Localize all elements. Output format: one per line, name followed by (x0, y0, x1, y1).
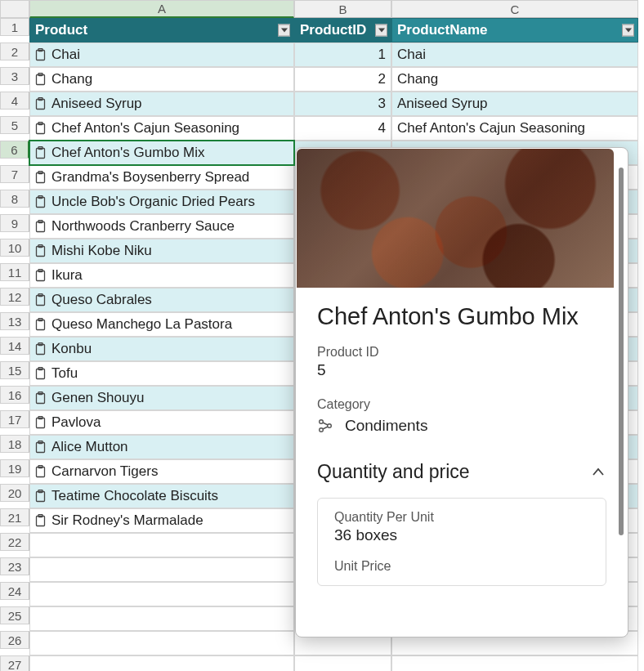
cell-text: Queso Cabrales (51, 292, 152, 308)
empty-cell[interactable] (29, 606, 294, 631)
svg-rect-16 (37, 247, 45, 257)
row-header[interactable]: 6 (0, 141, 29, 159)
filter-dropdown-icon[interactable] (375, 25, 387, 37)
chevron-up-icon[interactable] (590, 464, 606, 481)
cell-product[interactable]: Chang (29, 67, 294, 92)
empty-cell[interactable] (29, 655, 294, 671)
svg-line-44 (323, 427, 328, 429)
cell-productname[interactable]: Aniseed Syrup (391, 92, 638, 116)
row-header[interactable]: 17 (0, 410, 29, 428)
cell-productid[interactable]: 2 (294, 67, 391, 92)
card-scrollbar-thumb[interactable] (619, 168, 624, 535)
empty-cell[interactable] (29, 557, 294, 582)
row-header[interactable]: 22 (0, 533, 29, 551)
row-header[interactable]: 25 (0, 606, 29, 624)
svg-rect-28 (37, 394, 45, 404)
row-header[interactable]: 19 (0, 459, 29, 477)
cell-product[interactable]: Tofu (29, 361, 294, 386)
cell-product[interactable]: Mishi Kobe Niku (29, 239, 294, 263)
cell-product[interactable]: Uncle Bob's Organic Dried Pears (29, 190, 294, 214)
row-header[interactable]: 13 (0, 312, 29, 330)
data-type-icon (35, 195, 47, 208)
cell-product[interactable]: Konbu (29, 337, 294, 361)
row-header[interactable]: 9 (0, 214, 29, 232)
cell-product[interactable]: Queso Cabrales (29, 288, 294, 312)
cell-text: Genen Shouyu (51, 390, 144, 406)
empty-cell[interactable] (294, 655, 391, 671)
cell-product[interactable]: Chef Anton's Cajun Seasoning (29, 116, 294, 141)
cell-text: Pavlova (51, 414, 101, 431)
table-header-productid[interactable]: ProductID (294, 18, 391, 42)
empty-cell[interactable] (391, 655, 638, 671)
cell-product[interactable]: Genen Shouyu (29, 386, 294, 410)
data-type-icon (35, 146, 47, 159)
row-header[interactable]: 12 (0, 288, 29, 306)
cell-text: Mishi Kobe Niku (51, 243, 152, 259)
cell-text: Uncle Bob's Organic Dried Pears (51, 194, 255, 210)
filter-dropdown-icon[interactable] (278, 25, 290, 37)
cell-product[interactable]: Teatime Chocolate Biscuits (29, 484, 294, 508)
row-header[interactable]: 16 (0, 386, 29, 404)
field-value-qty: 36 boxes (334, 526, 589, 544)
field-value-category[interactable]: Condiments (345, 417, 427, 435)
svg-rect-2 (37, 75, 45, 85)
cell-product[interactable]: Alice Mutton (29, 435, 294, 459)
table-header-productname[interactable]: ProductName (391, 18, 638, 42)
column-header-A[interactable]: A (29, 0, 294, 18)
data-type-icon (35, 220, 47, 233)
row-header[interactable]: 14 (0, 337, 29, 355)
quantity-price-subcard: Quantity Per Unit 36 boxes Unit Price (317, 498, 606, 586)
cell-product[interactable]: Aniseed Syrup (29, 92, 294, 116)
cell-text: Sir Rodney's Marmalade (51, 512, 203, 529)
cell-product[interactable]: Sir Rodney's Marmalade (29, 508, 294, 533)
filter-dropdown-icon[interactable] (622, 25, 634, 37)
row-header[interactable]: 3 (0, 67, 29, 85)
svg-rect-10 (37, 173, 45, 183)
row-header[interactable]: 7 (0, 165, 29, 183)
cell-product[interactable]: Carnarvon Tigers (29, 459, 294, 484)
row-header[interactable]: 4 (0, 92, 29, 110)
cell-productid[interactable]: 1 (294, 42, 391, 67)
row-header[interactable]: 5 (0, 116, 29, 134)
cell-text: Konbu (51, 341, 92, 357)
svg-rect-38 (37, 517, 45, 526)
cell-productname[interactable]: Chef Anton's Cajun Seasoning (391, 116, 638, 141)
cell-product[interactable]: Ikura (29, 263, 294, 288)
cell-product[interactable]: Chai (29, 42, 294, 67)
row-header[interactable]: 11 (0, 263, 29, 281)
card-scrollbar[interactable] (616, 156, 624, 629)
cell-product[interactable]: Chef Anton's Gumbo Mix (29, 141, 294, 165)
column-header-B[interactable]: B (294, 0, 391, 18)
row-header[interactable]: 21 (0, 508, 29, 526)
row-header[interactable]: 27 (0, 655, 29, 671)
cell-productname[interactable]: Chang (391, 67, 638, 92)
row-header[interactable]: 10 (0, 239, 29, 257)
row-header[interactable]: 26 (0, 631, 29, 649)
data-type-icon (35, 171, 47, 184)
cell-text: Chang (397, 71, 438, 87)
cell-productid[interactable]: 3 (294, 92, 391, 116)
cell-product[interactable]: Grandma's Boysenberry Spread (29, 165, 294, 190)
row-header[interactable]: 15 (0, 361, 29, 379)
row-header[interactable]: 8 (0, 190, 29, 208)
column-header-C[interactable]: C (391, 0, 638, 18)
field-label-category: Category (317, 397, 606, 412)
empty-cell[interactable] (29, 582, 294, 606)
cell-product[interactable]: Queso Manchego La Pastora (29, 312, 294, 337)
svg-rect-32 (37, 443, 45, 453)
cell-product[interactable]: Pavlova (29, 410, 294, 435)
row-header[interactable]: 1 (0, 18, 29, 36)
row-header[interactable]: 18 (0, 435, 29, 453)
cell-productname[interactable]: Chai (391, 42, 638, 67)
select-all-corner[interactable] (0, 0, 29, 18)
row-header[interactable]: 2 (0, 42, 29, 60)
svg-point-40 (320, 420, 324, 424)
row-header[interactable]: 20 (0, 484, 29, 502)
cell-product[interactable]: Northwoods Cranberry Sauce (29, 214, 294, 239)
row-header[interactable]: 23 (0, 557, 29, 575)
table-header-product[interactable]: Product (29, 18, 294, 42)
row-header[interactable]: 24 (0, 582, 29, 600)
empty-cell[interactable] (29, 533, 294, 557)
empty-cell[interactable] (29, 631, 294, 655)
cell-productid[interactable]: 4 (294, 116, 391, 141)
